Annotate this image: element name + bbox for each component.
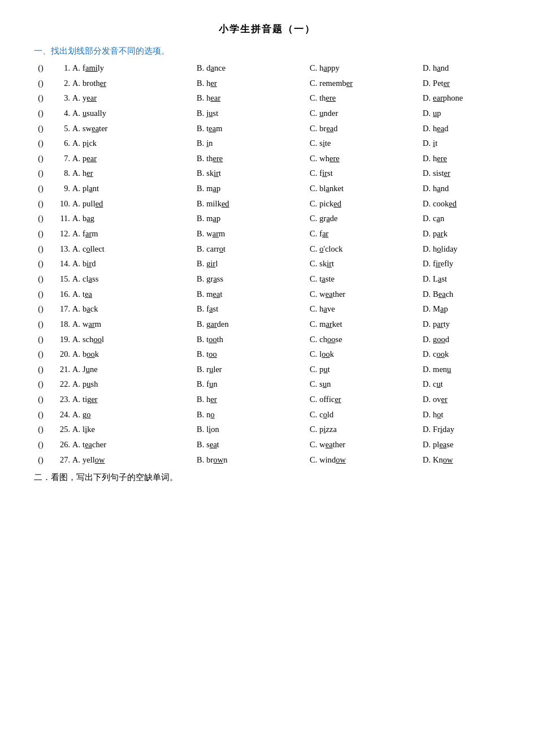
option-word: tiger bbox=[83, 392, 98, 407]
answer-option: D. party bbox=[423, 317, 513, 331]
answer-option: D. menu bbox=[423, 362, 513, 377]
bracket-open: ( bbox=[34, 242, 41, 256]
answer-option: A. family bbox=[72, 61, 197, 75]
bracket-open: ( bbox=[34, 408, 41, 422]
question-number: 14. bbox=[51, 257, 72, 271]
option-word: book bbox=[83, 347, 99, 361]
question-row: ()8.A. herB. skirtC. firstD. sister bbox=[34, 166, 500, 180]
option-label: D. bbox=[423, 362, 431, 377]
answer-option: A. push bbox=[72, 377, 197, 391]
answer-option: D. here bbox=[423, 152, 513, 166]
option-word: window bbox=[319, 453, 346, 467]
question-row: ()27.A. yellowB. brownC. windowD. Know bbox=[34, 453, 500, 467]
option-word: in bbox=[206, 136, 212, 150]
bracket-open: ( bbox=[34, 453, 41, 467]
question-number: 21. bbox=[51, 362, 72, 377]
bracket-open: ( bbox=[34, 136, 41, 150]
option-word: usually bbox=[83, 106, 106, 120]
option-word: where bbox=[319, 152, 339, 166]
option-word: sweater bbox=[83, 122, 107, 136]
option-label: C. bbox=[310, 122, 317, 136]
answer-option: A. pulled bbox=[72, 197, 197, 211]
bracket-close: ) bbox=[41, 422, 51, 437]
answer-option: B. seat bbox=[197, 438, 310, 452]
option-word: tooth bbox=[206, 332, 223, 347]
option-word: dance bbox=[206, 61, 225, 75]
question-number: 16. bbox=[51, 287, 72, 301]
question-row: ()22.A. pushB. funC. sunD. cut bbox=[34, 377, 500, 391]
answer-option: A. bird bbox=[72, 257, 197, 271]
bracket-close: ) bbox=[41, 302, 51, 316]
question-row: ()5.A. sweaterB. teamC. breadD. head bbox=[34, 122, 500, 136]
option-word: Friday bbox=[433, 422, 454, 437]
option-word: can bbox=[433, 211, 444, 226]
answer-option: A. yellow bbox=[72, 453, 197, 467]
answer-option: D. holiday bbox=[423, 242, 513, 256]
option-word: Map bbox=[433, 302, 448, 316]
option-label: D. bbox=[423, 242, 431, 256]
answer-option: D. Beach bbox=[423, 287, 513, 301]
bracket-open: ( bbox=[34, 272, 41, 286]
question-row: ()7.A. pearB. thereC. whereD. here bbox=[34, 152, 500, 166]
option-label: C. bbox=[310, 61, 317, 75]
option-word: collect bbox=[83, 242, 105, 256]
option-label: C. bbox=[310, 453, 317, 467]
answer-option: D. can bbox=[423, 211, 513, 226]
question-row: ()26.A. teacherB. seatC. weatherD. pleas… bbox=[34, 438, 500, 452]
questions-container: ()1.A. familyB. danceC. happyD. hand()2.… bbox=[34, 61, 500, 466]
option-word: grade bbox=[319, 211, 337, 226]
option-label: C. bbox=[310, 272, 317, 286]
question-number: 24. bbox=[51, 408, 72, 422]
option-word: skirt bbox=[319, 257, 334, 271]
option-word: map bbox=[206, 211, 220, 226]
option-word: happy bbox=[319, 61, 339, 75]
question-row: ()20.A. bookB. tooC. lookD. cook bbox=[34, 347, 500, 361]
option-label: B. bbox=[197, 122, 204, 136]
answer-option: A. pear bbox=[72, 152, 197, 166]
option-label: C. bbox=[310, 257, 317, 271]
option-word: over bbox=[433, 392, 448, 407]
answer-option: D. Last bbox=[423, 272, 513, 286]
bracket-close: ) bbox=[41, 257, 51, 271]
option-label: B. bbox=[197, 227, 204, 241]
option-label: D. bbox=[423, 347, 431, 361]
answer-option: C. blanket bbox=[310, 182, 423, 196]
option-word: hear bbox=[206, 91, 220, 105]
option-label: B. bbox=[197, 347, 204, 361]
option-label: C. bbox=[310, 377, 317, 391]
answer-option: C. officer bbox=[310, 392, 423, 407]
bracket-open: ( bbox=[34, 392, 41, 407]
answer-option: B. hear bbox=[197, 91, 310, 105]
question-number: 4. bbox=[51, 106, 72, 120]
answer-option: A. her bbox=[72, 166, 197, 180]
option-label: A. bbox=[72, 317, 80, 331]
answer-option: B. garden bbox=[197, 317, 310, 331]
bracket-close: ) bbox=[41, 332, 51, 347]
option-word: warm bbox=[206, 227, 225, 241]
option-label: D. bbox=[423, 166, 431, 180]
question-number: 8. bbox=[51, 166, 72, 180]
option-label: D. bbox=[423, 61, 431, 75]
option-label: A. bbox=[72, 91, 80, 105]
option-label: C. bbox=[310, 197, 317, 211]
answer-option: B. no bbox=[197, 408, 310, 422]
option-word: Know bbox=[433, 453, 453, 467]
option-label: B. bbox=[197, 106, 204, 120]
option-label: A. bbox=[72, 182, 80, 196]
option-label: D. bbox=[423, 211, 431, 226]
answer-option: C. grade bbox=[310, 211, 423, 226]
question-number: 12. bbox=[51, 227, 72, 241]
answer-option: B. girl bbox=[197, 257, 310, 271]
option-label: D. bbox=[423, 91, 431, 105]
option-label: C. bbox=[310, 332, 317, 347]
bracket-close: ) bbox=[41, 197, 51, 211]
question-number: 23. bbox=[51, 392, 72, 407]
answer-option: D. hot bbox=[423, 408, 513, 422]
answer-option: B. fun bbox=[197, 377, 310, 391]
question-number: 9. bbox=[51, 182, 72, 196]
answer-option: C. look bbox=[310, 347, 423, 361]
option-word: have bbox=[319, 302, 335, 316]
answer-option: C. picked bbox=[310, 197, 423, 211]
answer-option: C. there bbox=[310, 91, 423, 105]
option-label: B. bbox=[197, 332, 204, 347]
